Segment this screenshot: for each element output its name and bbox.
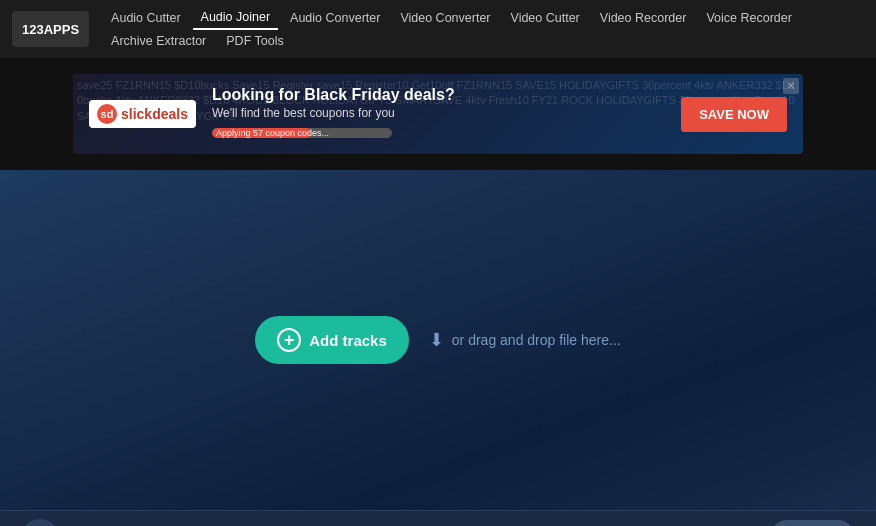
slickdeals-label: slickdeals	[121, 106, 188, 122]
main-area: + Add tracks ⬇ or drag and drop file her…	[0, 170, 876, 510]
ad-content: sd slickdeals Looking for Black Friday d…	[73, 86, 803, 142]
nav-video-recorder[interactable]: Video Recorder	[592, 7, 695, 29]
logo[interactable]: 123APPS	[12, 11, 89, 47]
slickdeals-logo: sd slickdeals	[89, 100, 196, 128]
add-tracks-button[interactable]: + Add tracks	[255, 316, 409, 364]
nav-audio-converter[interactable]: Audio Converter	[282, 7, 388, 29]
ad-text-block: Looking for Black Friday deals? We'll fi…	[212, 86, 665, 142]
plus-icon: +	[277, 328, 301, 352]
nav-voice-recorder[interactable]: Voice Recorder	[698, 7, 799, 29]
play-button[interactable]: ▶	[20, 519, 60, 527]
navbar: 123APPS Audio Cutter Audio Joiner Audio …	[0, 0, 876, 58]
bottom-controls: ▶ Start: 00:00.0 ▲ ▼ End: 00:00.0 ▲ ▼ Fo…	[0, 510, 876, 526]
drag-drop-zone[interactable]: ⬇ or drag and drop file here...	[429, 329, 621, 351]
download-icon: ⬇	[429, 329, 444, 351]
nav-row-2: Archive Extractor PDF Tools	[103, 30, 800, 52]
nav-links: Audio Cutter Audio Joiner Audio Converte…	[103, 6, 800, 52]
ad-save-button[interactable]: SAVE NOW	[681, 97, 787, 132]
nav-audio-cutter[interactable]: Audio Cutter	[103, 7, 188, 29]
drag-drop-label: or drag and drop file here...	[452, 332, 621, 348]
add-tracks-label: Add tracks	[309, 332, 387, 349]
nav-video-cutter[interactable]: Video Cutter	[503, 7, 588, 29]
join-button[interactable]: Join	[769, 520, 856, 526]
ad-headline: Looking for Black Friday deals?	[212, 86, 665, 104]
upload-section: + Add tracks ⬇ or drag and drop file her…	[255, 316, 620, 364]
ad-banner: save25 FZ1RNN15 $D10bucks Save15 Registe…	[73, 74, 803, 154]
sd-icon: sd	[97, 104, 117, 124]
nav-audio-joiner[interactable]: Audio Joiner	[193, 6, 279, 30]
nav-video-converter[interactable]: Video Converter	[392, 7, 498, 29]
ad-progress-bar-container	[212, 128, 392, 138]
nav-row-1: Audio Cutter Audio Joiner Audio Converte…	[103, 6, 800, 30]
ad-progress-fill	[212, 128, 311, 138]
ad-subtext: We'll find the best coupons for you	[212, 106, 665, 120]
nav-archive-extractor[interactable]: Archive Extractor	[103, 30, 214, 52]
nav-pdf-tools[interactable]: PDF Tools	[218, 30, 291, 52]
